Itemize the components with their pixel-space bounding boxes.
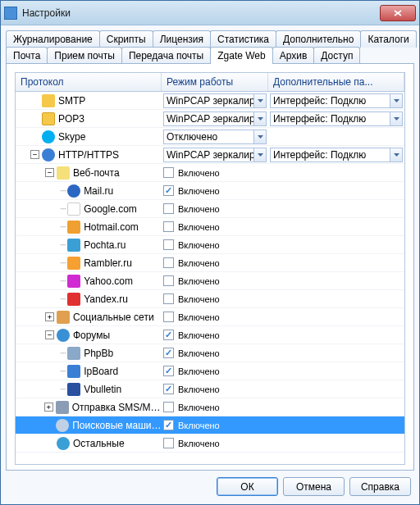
help-button[interactable]: Справка <box>349 477 411 496</box>
tree-line: ···· <box>60 276 66 285</box>
tab-почта[interactable]: Почта <box>6 47 48 64</box>
table-row[interactable]: SMTPWinPCAP зеркалировИнтерфейс: Подклю <box>16 92 404 110</box>
smtp-icon <box>42 94 55 107</box>
tab-прием-почты[interactable]: Прием почты <box>47 47 122 64</box>
enabled-checkbox[interactable] <box>163 293 174 304</box>
table-row[interactable]: SkypeОтключено <box>16 128 404 146</box>
enabled-checkbox[interactable] <box>163 438 174 448</box>
mode-combo[interactable]: WinPCAP зеркалиров <box>163 111 267 126</box>
mode-combo[interactable]: WinPCAP зеркалиров <box>163 148 267 162</box>
table-row[interactable]: +Отправка SMS/MMSВключено <box>16 398 404 416</box>
checkbox-label: Включено <box>178 168 220 178</box>
table-row[interactable]: ····Rambler.ruВключено <box>16 254 404 272</box>
enabled-checkbox[interactable] <box>163 257 174 268</box>
protocol-grid: Протокол Режим работы Дополнительные па.… <box>15 72 405 465</box>
collapse-icon[interactable]: − <box>30 150 39 159</box>
chevron-down-icon[interactable] <box>390 94 402 107</box>
collapse-icon[interactable]: − <box>45 330 54 339</box>
close-button[interactable] <box>380 5 416 21</box>
mode-combo[interactable]: WinPCAP зеркалиров <box>163 93 267 108</box>
enabled-checkbox[interactable] <box>163 330 174 340</box>
chevron-down-icon[interactable] <box>253 130 266 143</box>
cancel-button[interactable]: Отмена <box>283 477 345 496</box>
enabled-checkbox[interactable] <box>163 402 174 412</box>
ok-button[interactable]: ОК <box>217 477 278 496</box>
table-row[interactable]: ····Yahoo.comВключено <box>16 272 404 290</box>
chevron-down-icon[interactable] <box>253 94 266 107</box>
protocol-label: Социальные сети <box>73 312 154 323</box>
mode-combo[interactable]: Интерфейс: Подклю <box>270 111 403 126</box>
tab-zgate-web[interactable]: Zgate Web <box>210 47 272 64</box>
chevron-down-icon[interactable] <box>390 148 402 162</box>
col-mode[interactable]: Режим работы <box>162 73 268 91</box>
checkbox-label: Включено <box>178 384 220 394</box>
checkbox-label: Включено <box>178 348 220 358</box>
mode-combo[interactable]: Интерфейс: Подклю <box>270 148 403 162</box>
table-row[interactable]: −HTTP/HTTPSWinPCAP зеркалировИнтерфейс: … <box>16 146 404 164</box>
table-row[interactable]: −ФорумыВключено <box>16 326 404 344</box>
table-row[interactable]: ····Yandex.ruВключено <box>16 290 404 308</box>
tree-line: ···· <box>60 186 66 195</box>
protocol-label: POP3 <box>58 113 84 125</box>
checkbox-label: Включено <box>178 330 220 340</box>
web-icon <box>57 166 70 180</box>
table-row[interactable]: ····PhpBbВключено <box>16 344 404 362</box>
table-row[interactable]: −Веб-почтаВключено <box>16 164 404 182</box>
grid-header: Протокол Режим работы Дополнительные па.… <box>16 73 404 92</box>
enabled-checkbox[interactable] <box>163 348 174 358</box>
tab-strip: ЖурналированиеСкриптыЛицензияСтатистикаД… <box>6 30 414 64</box>
tab-журналирование[interactable]: Журналирование <box>6 30 100 48</box>
window-title: Настройки <box>22 7 380 19</box>
enabled-checkbox[interactable] <box>163 366 174 376</box>
enabled-checkbox[interactable] <box>163 420 174 430</box>
tree-line: ···· <box>60 258 66 267</box>
enabled-checkbox[interactable] <box>163 185 174 196</box>
protocol-label: Rambler.ru <box>84 257 132 269</box>
table-row[interactable]: ····Pochta.ruВключено <box>16 236 404 254</box>
protocol-label: Остальные <box>73 438 125 449</box>
tab-каталоги[interactable]: Каталоги <box>360 30 416 48</box>
mode-combo[interactable]: Интерфейс: Подклю <box>270 93 403 108</box>
enabled-checkbox[interactable] <box>163 203 174 214</box>
enabled-checkbox[interactable] <box>163 275 174 286</box>
table-row[interactable]: ····IpBoardВключено <box>16 362 404 380</box>
col-protocol[interactable]: Протокол <box>16 73 162 91</box>
table-row[interactable]: Поисковые машиныВключено <box>16 416 404 434</box>
vb-icon <box>67 383 80 396</box>
tree-line: ···· <box>60 366 66 375</box>
tab-доступ[interactable]: Доступ <box>313 47 360 64</box>
enabled-checkbox[interactable] <box>163 239 174 250</box>
tab-дополнительно[interactable]: Дополнительно <box>276 30 361 48</box>
tab-передача-почты[interactable]: Передача почты <box>121 47 211 64</box>
table-row[interactable]: ОстальныеВключено <box>16 434 404 453</box>
tab-архив[interactable]: Архив <box>272 47 315 64</box>
protocol-label: SMTP <box>58 95 85 107</box>
table-row[interactable]: ····Hotmail.comВключено <box>16 218 404 236</box>
expand-icon[interactable]: + <box>44 403 53 412</box>
table-row[interactable]: +Социальные сетиВключено <box>16 308 404 326</box>
enabled-checkbox[interactable] <box>163 384 174 394</box>
titlebar[interactable]: Настройки <box>1 1 419 25</box>
chevron-down-icon[interactable] <box>253 148 266 162</box>
table-row[interactable]: ····VbulletinВключено <box>16 380 404 398</box>
mode-combo[interactable]: Отключено <box>163 130 267 144</box>
tab-скрипты[interactable]: Скрипты <box>99 30 153 48</box>
tab-лицензия[interactable]: Лицензия <box>153 30 211 48</box>
forum-icon <box>57 329 70 342</box>
col-extra[interactable]: Дополнительные па... <box>268 73 404 91</box>
protocol-label: Vbulletin <box>84 384 121 395</box>
table-row[interactable]: ····Google.comВключено <box>16 200 404 218</box>
table-row[interactable]: ····Mail.ruВключено <box>16 182 404 200</box>
enabled-checkbox[interactable] <box>163 167 174 178</box>
checkbox-label: Включено <box>178 366 220 376</box>
enabled-checkbox[interactable] <box>163 312 174 322</box>
chevron-down-icon[interactable] <box>390 112 402 125</box>
table-row[interactable]: POP3WinPCAP зеркалировИнтерфейс: Подклю <box>16 110 404 128</box>
tab-статистика[interactable]: Статистика <box>210 30 276 48</box>
checkbox-label: Включено <box>178 222 220 232</box>
chevron-down-icon[interactable] <box>253 112 266 125</box>
collapse-icon[interactable]: − <box>45 168 54 177</box>
phpbb-icon <box>67 347 80 360</box>
enabled-checkbox[interactable] <box>163 221 174 232</box>
expand-icon[interactable]: + <box>45 312 54 321</box>
